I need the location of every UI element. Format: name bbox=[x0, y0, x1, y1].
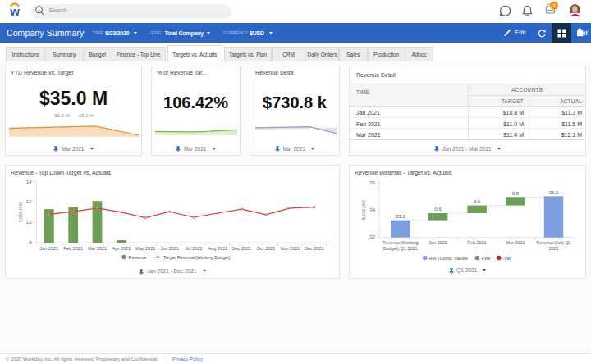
svg-text:Feb 2021: Feb 2021 bbox=[64, 246, 83, 251]
svg-text:Oct 2021: Oct 2021 bbox=[257, 246, 275, 251]
svg-text:Revenue(Act) Q1: Revenue(Act) Q1 bbox=[536, 240, 571, 245]
svg-text:Target Revenue(Working Budget): Target Revenue(Working Budget) bbox=[163, 255, 231, 260]
svg-text:+Var: +Var bbox=[481, 256, 491, 261]
svg-text:$,000,000: $,000,000 bbox=[361, 200, 366, 220]
svg-text:8: 8 bbox=[29, 240, 32, 245]
svg-text:14: 14 bbox=[26, 180, 32, 184]
svg-text:Apr 2021: Apr 2021 bbox=[112, 246, 131, 251]
svg-text:Mar 2021: Mar 2021 bbox=[88, 246, 107, 251]
svg-text:w: w bbox=[9, 4, 20, 17]
svg-text:2021: 2021 bbox=[548, 246, 558, 251]
svg-text:-Var: -Var bbox=[503, 256, 511, 261]
svg-text:Nov 2021: Nov 2021 bbox=[281, 246, 300, 251]
svg-text:Aug 2021: Aug 2021 bbox=[208, 246, 228, 251]
svg-text:0.6: 0.6 bbox=[434, 207, 442, 212]
svg-text:Sep 2021: Sep 2021 bbox=[232, 246, 252, 251]
svg-text:Revenue(Working: Revenue(Working bbox=[383, 240, 419, 245]
svg-text:0.5: 0.5 bbox=[474, 199, 481, 204]
svg-text:0.8: 0.8 bbox=[512, 191, 520, 196]
svg-text:10: 10 bbox=[26, 220, 32, 225]
svg-text:Feb 2021: Feb 2021 bbox=[467, 240, 486, 245]
svg-text:$,000,000: $,000,000 bbox=[18, 202, 23, 222]
svg-text:Mar 2021: Mar 2021 bbox=[506, 240, 525, 245]
svg-text:Jun 2021: Jun 2021 bbox=[160, 246, 179, 251]
svg-text:36: 36 bbox=[369, 180, 375, 185]
svg-text:Jan 2021: Jan 2021 bbox=[428, 240, 447, 245]
svg-text:34: 34 bbox=[369, 207, 375, 212]
svg-text:Jul 2021: Jul 2021 bbox=[186, 246, 203, 251]
svg-text:33.2: 33.2 bbox=[396, 214, 405, 219]
svg-text:Budget) Q1 2021: Budget) Q1 2021 bbox=[383, 246, 418, 251]
svg-text:12: 12 bbox=[26, 199, 32, 204]
svg-text:32: 32 bbox=[369, 234, 375, 239]
svg-text:Revenue: Revenue bbox=[129, 255, 147, 260]
svg-text:Dec 2021: Dec 2021 bbox=[305, 246, 324, 251]
svg-text:Ref. /Comp. Values: Ref. /Comp. Values bbox=[429, 256, 469, 261]
svg-text:Jan 2021: Jan 2021 bbox=[39, 246, 58, 251]
svg-text:35.0: 35.0 bbox=[549, 190, 559, 195]
svg-text:May 2021: May 2021 bbox=[135, 246, 155, 251]
